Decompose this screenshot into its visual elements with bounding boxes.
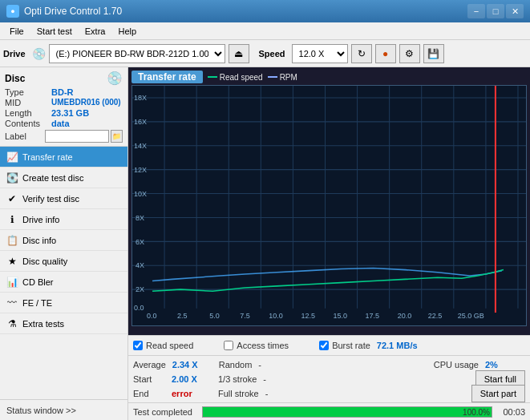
- menu-start-test[interactable]: Start test: [30, 25, 79, 38]
- nav-section: 📈 Transfer rate 💽 Create test disc ✔ Ver…: [0, 147, 127, 399]
- access-times-checkbox[interactable]: [224, 341, 233, 350]
- legend-read-speed-label: Read speed: [220, 73, 263, 82]
- svg-text:17.5: 17.5: [366, 312, 380, 320]
- stroke1-value: -: [263, 374, 266, 384]
- start-part-button[interactable]: Start part: [471, 385, 525, 402]
- chart-header: Transfer rate Read speed RPM: [131, 71, 527, 83]
- start-key: Start: [133, 374, 165, 384]
- mid-key: MID: [5, 98, 51, 107]
- nav-verify-test-disc[interactable]: ✔ Verify test disc: [0, 188, 127, 209]
- nav-cd-bler-label: CD Bler: [22, 277, 54, 287]
- nav-disc-info[interactable]: 📋 Disc info: [0, 230, 127, 251]
- end-key: End: [133, 389, 165, 398]
- speed-label: Speed: [259, 49, 285, 59]
- legend-read-speed: Read speed: [208, 73, 263, 82]
- menu-extra[interactable]: Extra: [79, 25, 112, 38]
- svg-text:12X: 12X: [134, 166, 147, 174]
- svg-text:7.5: 7.5: [240, 312, 250, 320]
- menu-bar: File Start test Extra Help: [0, 22, 530, 40]
- nav-disc-quality-label: Disc quality: [22, 256, 67, 266]
- menu-help[interactable]: Help: [111, 25, 143, 38]
- svg-text:12.5: 12.5: [301, 312, 315, 320]
- svg-text:6X: 6X: [136, 237, 144, 245]
- disc-eject-icon[interactable]: 💿: [107, 71, 123, 86]
- speed-select[interactable]: 12.0 X: [292, 44, 348, 63]
- drive-info-icon: ℹ: [6, 214, 18, 225]
- cpu-value: 2%: [485, 360, 525, 370]
- stats-row-2: Start 2.00 X 1/3 stroke - Start full: [133, 372, 525, 386]
- progress-section: Test completed 100.0% 00:03: [128, 402, 530, 420]
- save-button[interactable]: 💾: [423, 44, 444, 63]
- checkboxes-section: Read speed Access times Burst rate 72.1 …: [128, 335, 530, 355]
- options-button[interactable]: ⚙: [399, 44, 420, 63]
- read-speed-checkbox[interactable]: [133, 341, 143, 350]
- drive-select[interactable]: (E:) PIONEER BD-RW BDR-212D 1.00: [49, 44, 225, 63]
- stroke2-value: -: [265, 389, 269, 398]
- nav-extra-label: Extra tests: [22, 319, 64, 329]
- nav-drive-info-label: Drive info: [22, 215, 59, 224]
- stats-row-3: End error Full stroke - Start part: [133, 386, 525, 401]
- burst-rate-label: Burst rate: [332, 341, 370, 350]
- nav-extra-tests[interactable]: ⚗ Extra tests: [0, 313, 127, 334]
- nav-transfer-rate[interactable]: 📈 Transfer rate: [0, 147, 127, 168]
- svg-text:16X: 16X: [134, 118, 147, 126]
- cpu-key: CPU usage: [434, 360, 479, 370]
- browse-button[interactable]: 📁: [111, 130, 123, 143]
- burn-button[interactable]: ●: [375, 44, 396, 63]
- menu-file[interactable]: File: [3, 25, 30, 38]
- legend-rpm: RPM: [268, 73, 297, 82]
- sidebar: Disc 💿 Type BD-R MID UMEBDR016 (000) Len…: [0, 67, 128, 420]
- type-key: Type: [5, 87, 51, 97]
- svg-text:2.5: 2.5: [177, 312, 188, 320]
- nav-verify-label: Verify test disc: [22, 194, 79, 204]
- stats-row-1: Average 2.34 X Random - CPU usage 2%: [133, 357, 525, 372]
- title-bar: ● Opti Drive Control 1.70 − □ ✕: [0, 0, 530, 22]
- drive-icon: 💿: [32, 47, 46, 60]
- svg-text:10X: 10X: [134, 190, 147, 198]
- refresh-button[interactable]: ↻: [351, 44, 372, 63]
- label-input[interactable]: [45, 130, 109, 143]
- disc-info-icon: 📋: [6, 235, 18, 246]
- svg-text:2X: 2X: [136, 285, 144, 293]
- svg-text:10.0: 10.0: [269, 312, 283, 320]
- svg-text:5.0: 5.0: [209, 312, 220, 320]
- access-times-label: Access times: [237, 341, 289, 350]
- window-title: Opti Drive Control 1.70: [24, 6, 467, 17]
- extra-icon: ⚗: [6, 318, 18, 329]
- nav-drive-info[interactable]: ℹ Drive info: [0, 209, 127, 230]
- minimize-button[interactable]: −: [467, 4, 485, 18]
- nav-disc-quality[interactable]: ★ Disc quality: [0, 251, 127, 272]
- nav-fe-te[interactable]: 〰 FE / TE: [0, 293, 127, 313]
- nav-create-test-disc[interactable]: 💽 Create test disc: [0, 168, 127, 188]
- length-key: Length: [5, 108, 51, 118]
- nav-disc-info-label: Disc info: [22, 236, 56, 245]
- average-key: Average: [133, 360, 166, 370]
- nav-cd-bler[interactable]: 📊 CD Bler: [0, 272, 127, 293]
- type-value: BD-R: [51, 87, 74, 97]
- maximize-button[interactable]: □: [487, 4, 504, 18]
- legend-read-speed-color: [208, 76, 217, 78]
- burst-rate-checkbox[interactable]: [319, 341, 329, 350]
- legend-rpm-label: RPM: [280, 73, 297, 82]
- app-icon: ●: [6, 5, 19, 18]
- status-window-button[interactable]: Status window >>: [0, 399, 127, 420]
- svg-text:22.5: 22.5: [428, 312, 443, 320]
- eject-button[interactable]: ⏏: [229, 44, 249, 63]
- timer: 00:03: [497, 407, 525, 417]
- window-controls: − □ ✕: [467, 4, 524, 18]
- progress-pct: 100.0%: [463, 407, 490, 418]
- svg-text:25.0 GB: 25.0 GB: [458, 312, 484, 320]
- svg-text:20.0: 20.0: [398, 312, 412, 320]
- verify-icon: ✔: [6, 193, 18, 204]
- label-key: Label: [5, 131, 43, 141]
- close-button[interactable]: ✕: [506, 4, 524, 18]
- length-value: 23.31 GB: [51, 108, 89, 118]
- quality-icon: ★: [6, 256, 18, 267]
- average-value: 2.34 X: [172, 360, 212, 370]
- legend-rpm-color: [268, 76, 277, 78]
- checkboxes-row: Read speed Access times Burst rate 72.1 …: [133, 337, 525, 353]
- chart-title: Transfer rate: [131, 71, 203, 83]
- bler-icon: 📊: [6, 277, 18, 288]
- end-value: error: [172, 389, 212, 398]
- read-speed-label: Read speed: [146, 341, 193, 350]
